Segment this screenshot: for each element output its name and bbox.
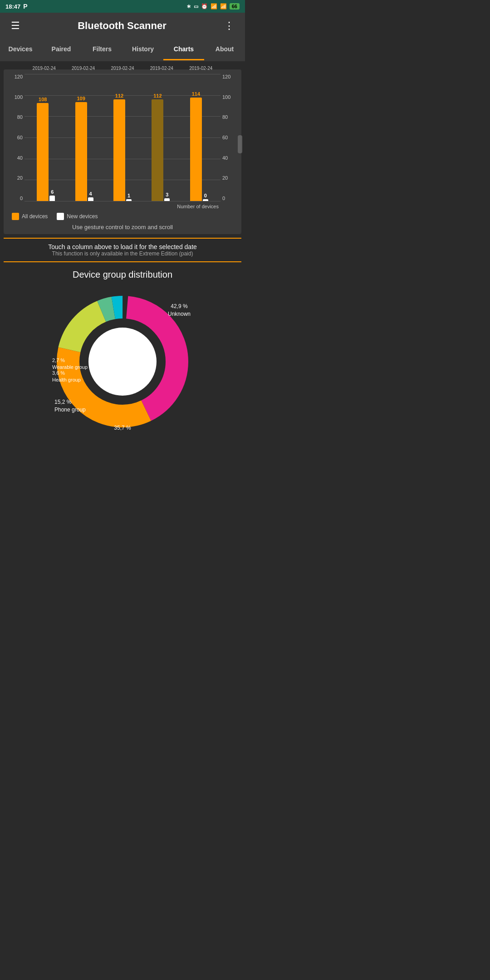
menu-button[interactable]: ☰ — [7, 16, 24, 35]
y-axis-right: 120 100 80 60 40 20 0 — [220, 74, 238, 201]
toolbar: ☰ Bluetooth Scanner ⋮ — [0, 13, 245, 39]
svg-point-2 — [88, 328, 157, 396]
bluetooth-icon: ∗ — [186, 3, 191, 10]
bar-new-2 — [88, 197, 93, 201]
donut-chart-title: Device group distribution — [0, 270, 245, 280]
carrier-icon: P — [23, 3, 27, 10]
tab-about[interactable]: About — [204, 39, 245, 60]
bar-new-3 — [126, 199, 132, 201]
status-time: 18:47 — [5, 3, 20, 10]
bar-chart-container: 120 100 80 60 40 20 0 120 100 80 60 40 2… — [4, 69, 241, 234]
app-title: Bluetooth Scanner — [24, 20, 220, 32]
info-main-text: Touch a column above to load it for the … — [11, 243, 234, 250]
tab-devices[interactable]: Devices — [0, 39, 41, 60]
more-options-button[interactable]: ⋮ — [220, 16, 238, 35]
bar-group-1[interactable]: 108 6 — [27, 74, 65, 201]
battery-level: 66 — [230, 3, 240, 10]
gesture-hint: Use gesture control to zoom and scroll — [7, 220, 238, 230]
donut-chart-container: 42,9 % Unknown 2,7 % Wearable group 3,6 … — [0, 284, 245, 439]
chart-legend: All devices New devices — [7, 213, 238, 220]
status-bar: 18:47 P ∗ ▭ ⏰ 📶 📶 66 — [0, 0, 245, 13]
bar-new-4 — [164, 198, 170, 201]
scroll-handle[interactable] — [238, 135, 242, 153]
bar-all-3 — [113, 99, 125, 201]
battery-icon: ▭ — [194, 4, 198, 10]
y-axis-left: 120 100 80 60 40 20 0 — [7, 74, 24, 201]
legend-label-new: New devices — [67, 213, 98, 220]
legend-label-all: All devices — [22, 213, 48, 220]
tab-bar: Devices Paired Filters History Charts Ab… — [0, 39, 245, 61]
x-axis-label: Number of devices — [177, 204, 219, 209]
legend-color-all — [12, 213, 19, 220]
bar-all-4-selected — [152, 99, 163, 201]
bar-all-2 — [75, 102, 87, 201]
bars-area: 108 6 109 — [24, 74, 220, 201]
signal-icon: 📶 — [211, 3, 217, 10]
tab-filters[interactable]: Filters — [82, 39, 122, 60]
bar-group-3[interactable]: 112 1 — [103, 74, 142, 201]
legend-color-new — [57, 213, 64, 220]
bar-all-1 — [37, 103, 49, 201]
bar-group-5[interactable]: 114 0 — [180, 74, 218, 201]
donut-svg — [50, 289, 195, 434]
dates-row: 2019-02-24 2019-02-24 2019-02-24 2019-02… — [24, 66, 220, 71]
bar-new-5 — [203, 199, 208, 201]
wifi-icon: 📶 — [220, 3, 227, 10]
bar-new-1 — [49, 196, 55, 201]
tab-history[interactable]: History — [122, 39, 163, 60]
legend-all-devices: All devices — [12, 213, 48, 220]
alarm-icon: ⏰ — [201, 3, 208, 10]
bar-group-4[interactable]: 112 3 — [142, 74, 180, 201]
content-area: 120 100 80 60 40 20 0 120 100 80 60 40 2… — [0, 61, 245, 443]
info-sub-text: This function is only available in the E… — [11, 250, 234, 257]
donut-chart: 42,9 % Unknown 2,7 % Wearable group 3,6 … — [50, 289, 195, 434]
bar-all-5 — [190, 98, 202, 201]
legend-new-devices: New devices — [57, 213, 98, 220]
tab-charts[interactable]: Charts — [163, 39, 204, 60]
tab-paired[interactable]: Paired — [41, 39, 82, 60]
info-strip: Touch a column above to load it for the … — [4, 238, 241, 262]
bar-group-2[interactable]: 109 4 — [65, 74, 103, 201]
